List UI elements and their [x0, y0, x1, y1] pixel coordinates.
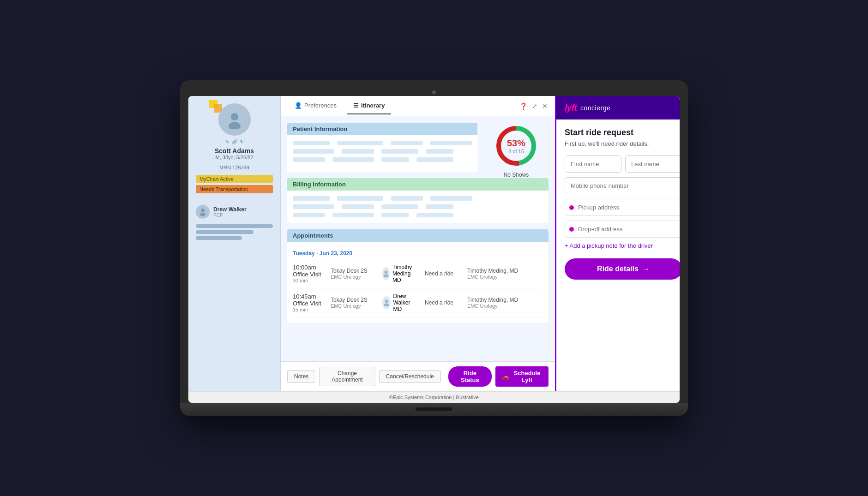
- laptop-notch: [416, 407, 452, 411]
- provider-name-1: Timothy Meding, MD: [467, 268, 543, 274]
- change-appointment-button[interactable]: Change Appointment: [319, 367, 375, 386]
- laptop: ✎ 🔗 ↻ Scott Adams M, 38yo, 5/26/82 MRN 1…: [180, 80, 688, 416]
- doctor-icon-1: [382, 270, 390, 277]
- pcp-section: Drew Walker PCP: [196, 200, 273, 219]
- pickup-input[interactable]: [565, 199, 680, 216]
- no-shows-chart: 53% 8 of 15 No Shows: [484, 123, 549, 178]
- lyft-subtitle: First up, we'll need rider details.: [565, 140, 680, 147]
- footer: ©Epic Systems Corporation | Illustrative: [188, 391, 680, 403]
- help-icon[interactable]: ❓: [519, 102, 527, 110]
- lyft-logo: lyft: [565, 102, 577, 113]
- billing-header: Billing Information: [287, 178, 549, 191]
- pcp-name: Drew Walker: [213, 206, 247, 213]
- appt-time-2: 10:45am Office Visit 15 min: [293, 293, 325, 312]
- patient-info-header: Patient Information: [287, 123, 477, 135]
- appointment-row-2[interactable]: 10:45am Office Visit 15 min Tokay Desk 2…: [293, 288, 543, 317]
- appt-location-2: Tokay Desk 2S EMC Urology: [331, 297, 377, 309]
- last-name-input[interactable]: [625, 155, 680, 173]
- appt-duration-1: 30 min: [293, 278, 325, 283]
- doctor-icon-2: [383, 299, 390, 306]
- pcp-avatar: [196, 205, 210, 219]
- svg-point-3: [200, 213, 205, 216]
- expand-icon[interactable]: ⤢: [532, 102, 537, 110]
- lyft-title: Start ride request: [565, 128, 680, 137]
- dropoff-field: [565, 221, 680, 238]
- preferences-icon: 👤: [295, 102, 302, 109]
- lyft-body: Start ride request First up, we'll need …: [556, 120, 680, 391]
- mychart-tag: MyChart Active: [196, 175, 273, 183]
- patient-demographics: M, 38yo, 5/26/82: [196, 155, 273, 160]
- bar-1: [196, 224, 273, 228]
- billing-section: Billing Information: [287, 178, 549, 223]
- appointments-date: Tuesday · Jun 23, 2020: [293, 247, 543, 259]
- appt-dept-1: EMC Urology: [331, 274, 377, 280]
- appointments-header: Appointments: [287, 229, 549, 242]
- svg-point-0: [231, 113, 238, 120]
- appt-provider-2: Timothy Meding, MD EMC Urology: [467, 297, 543, 309]
- webcam: [432, 90, 436, 94]
- patient-header-row: Patient Information: [287, 123, 549, 178]
- no-shows-label: No Shows: [504, 172, 529, 178]
- refresh-icon[interactable]: ↻: [240, 139, 244, 144]
- appt-loc-name-2: Tokay Desk 2S: [331, 297, 377, 303]
- svg-point-9: [385, 300, 388, 303]
- tab-icons: ❓ ⤢ ✕: [519, 102, 548, 110]
- tab-itinerary-label: Itinerary: [361, 102, 385, 109]
- phone-input[interactable]: [565, 177, 680, 194]
- appt-provider-1: Timothy Meding, MD EMC Urology: [467, 268, 543, 280]
- doctor-avatar-2: [382, 296, 391, 309]
- pickup-dot: [569, 205, 574, 210]
- svg-point-7: [385, 271, 388, 274]
- doctor-name-1: Timothy Meding MD: [392, 264, 419, 283]
- appointment-row-1[interactable]: 10:00am Office Visit 30 min Tokay Desk 2…: [293, 259, 543, 288]
- bottom-bar: Notes Change Appointment Cancel/Reschedu…: [281, 361, 555, 391]
- doctor-avatar-1: [382, 267, 390, 280]
- name-row: [565, 155, 680, 173]
- ride-status-button[interactable]: Ride Status: [448, 366, 492, 387]
- dropoff-input[interactable]: [565, 221, 680, 238]
- billing-body: [287, 191, 549, 223]
- notes-button[interactable]: Notes: [287, 370, 315, 383]
- schedule-lyft-button[interactable]: 🚗 Schedule Lyft: [495, 366, 549, 387]
- laptop-base: [180, 403, 688, 416]
- first-name-input[interactable]: [565, 155, 621, 173]
- svg-point-8: [384, 275, 389, 278]
- ride-details-button[interactable]: Ride details →: [565, 258, 680, 280]
- appointments-section: Appointments Tuesday · Jun 23, 2020 10:0…: [287, 229, 549, 323]
- sidebar: ✎ 🔗 ↻ Scott Adams M, 38yo, 5/26/82 MRN 1…: [188, 96, 281, 391]
- pickup-field: [565, 199, 680, 216]
- tab-itinerary[interactable]: ☰ Itinerary: [347, 97, 391, 114]
- link-icon[interactable]: 🔗: [232, 139, 237, 144]
- donut-container: 53% 8 of 15: [493, 123, 539, 169]
- itinerary-icon: ☰: [353, 102, 359, 109]
- edit-icon[interactable]: ✎: [225, 139, 229, 144]
- schedule-lyft-label: Schedule Lyft: [512, 370, 542, 383]
- tab-preferences[interactable]: 👤 Preferences: [288, 97, 343, 114]
- patient-info-section: Patient Information: [287, 123, 477, 172]
- provider-dept-1: EMC Urology: [467, 274, 543, 280]
- appt-doctor-1: Timothy Meding MD: [382, 264, 419, 283]
- person-icon: [225, 110, 244, 129]
- donut-label: 53% 8 of 15: [507, 138, 525, 154]
- edit-icons: ✎ 🔗 ↻: [196, 139, 273, 144]
- tabs-bar: 👤 Preferences ☰ Itinerary ❓ ⤢ ✕: [281, 96, 555, 116]
- lyft-concierge-text: concierge: [580, 104, 610, 112]
- car-icon: 🚗: [502, 373, 509, 380]
- arrow-right-icon: →: [642, 265, 650, 273]
- patient-name: Scott Adams: [196, 147, 273, 155]
- appt-location-1: Tokay Desk 2S EMC Urology: [331, 268, 377, 280]
- close-icon[interactable]: ✕: [542, 102, 548, 110]
- appt-duration-2: 15 min: [293, 307, 325, 312]
- appt-doctor-2: Drew Walker MD: [382, 293, 419, 312]
- appt-time-main-2: 10:45am Office Visit: [293, 293, 325, 307]
- sidebar-bars: [196, 224, 273, 240]
- pcp-person-icon: [199, 208, 207, 216]
- svg-point-10: [384, 304, 389, 307]
- lyft-panel: lyft concierge Start ride request First …: [556, 96, 680, 391]
- cancel-reschedule-button[interactable]: Cancel/Reschedule: [379, 370, 441, 383]
- pcp-role: PCP: [213, 213, 247, 218]
- content-area[interactable]: Patient Information: [281, 116, 555, 361]
- patient-mrn: MRN 126349: [196, 165, 273, 170]
- donut-fraction: 8 of 15: [507, 149, 525, 154]
- add-pickup-note[interactable]: + Add a pickup note for the driver: [565, 242, 680, 249]
